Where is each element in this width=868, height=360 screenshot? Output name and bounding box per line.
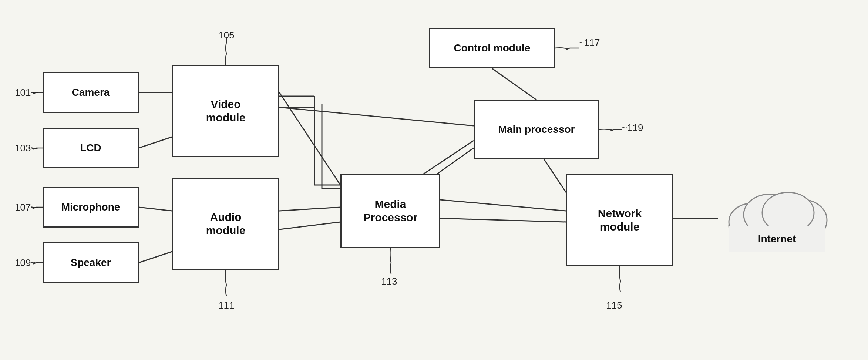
svg-line-2	[139, 207, 172, 211]
ref-115: 115	[606, 300, 622, 311]
svg-line-4	[279, 92, 340, 185]
ref-103-tilde: ~	[33, 142, 38, 154]
svg-line-11	[440, 218, 566, 222]
svg-line-6	[279, 207, 340, 211]
ref-107-tilde: ~	[33, 202, 38, 213]
ref-107: 107	[15, 202, 31, 213]
camera-label: Camera	[72, 86, 110, 99]
ref-117: 117	[584, 37, 600, 48]
ref-119: 119	[627, 122, 643, 134]
lcd-box: LCD	[43, 128, 139, 168]
audio-module-label: Audiomodule	[206, 211, 246, 237]
svg-text:Internet: Internet	[758, 233, 796, 245]
main-processor-label: Main processor	[498, 123, 575, 136]
svg-line-10	[440, 200, 566, 211]
ref-105: 105	[218, 30, 234, 41]
control-module-box: Control module	[429, 28, 555, 68]
video-module-label: Videomodule	[206, 98, 246, 124]
svg-line-7	[279, 222, 340, 229]
ref-117-tilde: ~	[579, 37, 585, 48]
ref-109-tilde: ~	[33, 257, 38, 269]
main-processor-box: Main processor	[474, 100, 599, 159]
network-module-box: Networkmodule	[566, 174, 673, 266]
svg-line-5	[279, 107, 474, 126]
microphone-label: Microphone	[61, 201, 120, 213]
control-module-label: Control module	[454, 42, 531, 54]
svg-line-12	[492, 68, 536, 100]
diagram-container: Camera LCD Microphone Speaker Videomodul…	[0, 0, 868, 360]
speaker-box: Speaker	[43, 242, 139, 283]
ref-119-tilde: ~	[622, 122, 627, 134]
network-module-label: Networkmodule	[598, 207, 642, 233]
speaker-label: Speaker	[71, 256, 111, 269]
ref-111: 111	[218, 300, 234, 311]
ref-109: 109	[15, 257, 31, 269]
svg-line-1	[139, 137, 172, 148]
ref-103: 103	[15, 142, 31, 154]
camera-box: Camera	[43, 72, 139, 113]
media-processor-label: MediaProcessor	[363, 198, 418, 224]
ref-101-tilde: ~	[33, 87, 38, 98]
video-module-box: Videomodule	[172, 65, 279, 157]
ref-101: 101	[15, 87, 31, 98]
internet-cloud: Internet	[714, 178, 840, 259]
svg-line-3	[139, 252, 172, 263]
microphone-box: Microphone	[43, 187, 139, 228]
ref-113: 113	[381, 276, 397, 287]
media-processor-box: MediaProcessor	[340, 174, 440, 248]
audio-module-box: Audiomodule	[172, 178, 279, 270]
lcd-label: LCD	[80, 142, 101, 154]
